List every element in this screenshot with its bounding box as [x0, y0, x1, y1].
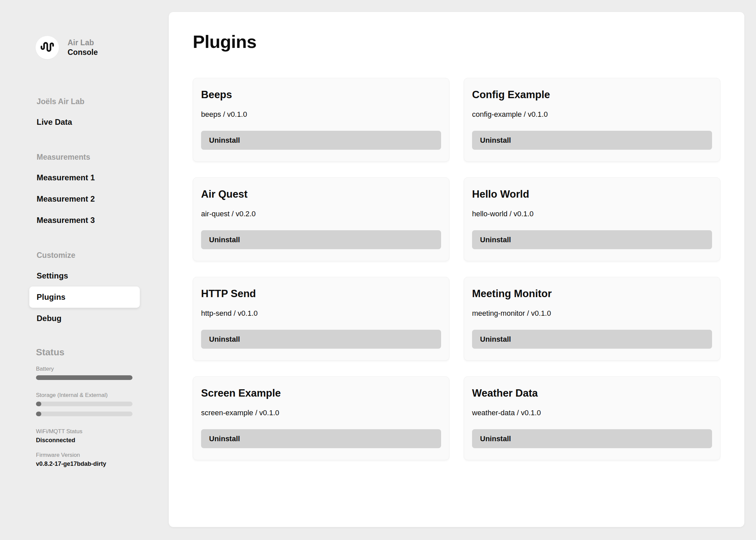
- battery-bar-fill: [36, 375, 132, 380]
- brand-name: Air Lab: [68, 38, 98, 48]
- nav-section-measurements: Measurements Measurement 1 Measurement 2…: [29, 153, 169, 231]
- battery-label: Battery: [36, 366, 132, 372]
- storage-status: Storage (Internal & External): [36, 392, 132, 416]
- page-title: Plugins: [193, 31, 720, 52]
- plugin-version: air-quest / v0.2.0: [201, 210, 441, 218]
- wifi-mqtt-label: WiFi/MQTT Status: [36, 428, 132, 435]
- plugin-card-weather-data: Weather Data weather-data / v0.1.0 Unins…: [464, 376, 720, 460]
- sidebar-item-live-data[interactable]: Live Data: [29, 111, 140, 133]
- uninstall-button[interactable]: Uninstall: [472, 429, 712, 448]
- storage-internal-bar-fill: [36, 402, 41, 406]
- uninstall-button[interactable]: Uninstall: [201, 330, 441, 349]
- section-label-customize: Customize: [37, 251, 169, 260]
- wifi-mqtt-status: WiFi/MQTT Status Disconnected: [36, 428, 132, 444]
- plugin-title: HTTP Send: [201, 288, 441, 300]
- plugin-title: Beeps: [201, 89, 441, 101]
- sidebar: Air Lab Console Joëls Air Lab Live Data …: [0, 0, 169, 540]
- plugin-version: weather-data / v0.1.0: [472, 409, 712, 417]
- app-logo: [36, 36, 59, 59]
- sidebar-nav: Joëls Air Lab Live Data Measurements Mea…: [29, 97, 169, 329]
- firmware-value: v0.8.2-17-ge17bdab-dirty: [36, 460, 132, 467]
- plugin-version: beeps / v0.1.0: [201, 110, 441, 119]
- waveform-icon: [40, 41, 54, 55]
- plugin-version: config-example / v0.1.0: [472, 110, 712, 119]
- battery-status: Battery: [36, 366, 132, 380]
- firmware-status: Firmware Version v0.8.2-17-ge17bdab-dirt…: [36, 452, 132, 467]
- plugin-title: Weather Data: [472, 387, 712, 399]
- section-label-device: Joëls Air Lab: [37, 97, 169, 106]
- uninstall-button[interactable]: Uninstall: [472, 330, 712, 349]
- plugin-title: Air Quest: [201, 188, 441, 200]
- wifi-mqtt-value: Disconnected: [36, 437, 132, 444]
- sidebar-item-measurement-2[interactable]: Measurement 2: [29, 188, 140, 210]
- plugin-version: meeting-monitor / v0.1.0: [472, 309, 712, 318]
- plugin-grid: Beeps beeps / v0.1.0 Uninstall Config Ex…: [193, 78, 720, 460]
- nav-section-customize: Customize Settings Plugins Debug: [29, 251, 169, 329]
- brand-subtitle: Console: [68, 48, 98, 57]
- section-label-measurements: Measurements: [37, 153, 169, 162]
- plugin-card-meeting-monitor: Meeting Monitor meeting-monitor / v0.1.0…: [464, 277, 720, 361]
- nav-section-device: Joëls Air Lab Live Data: [29, 97, 169, 133]
- sidebar-item-measurement-3[interactable]: Measurement 3: [29, 210, 140, 231]
- firmware-label: Firmware Version: [36, 452, 132, 458]
- battery-bar: [36, 375, 132, 380]
- storage-external-bar-fill: [36, 412, 41, 416]
- uninstall-button[interactable]: Uninstall: [472, 230, 712, 249]
- plugin-card-http-send: HTTP Send http-send / v0.1.0 Uninstall: [193, 277, 449, 361]
- storage-internal-bar: [36, 402, 132, 406]
- sidebar-item-debug[interactable]: Debug: [29, 308, 140, 329]
- uninstall-button[interactable]: Uninstall: [201, 131, 441, 150]
- uninstall-button[interactable]: Uninstall: [201, 230, 441, 249]
- plugin-card-beeps: Beeps beeps / v0.1.0 Uninstall: [193, 78, 449, 162]
- uninstall-button[interactable]: Uninstall: [472, 131, 712, 150]
- sidebar-item-settings[interactable]: Settings: [29, 265, 140, 286]
- status-title: Status: [36, 347, 132, 358]
- uninstall-button[interactable]: Uninstall: [201, 429, 441, 448]
- plugin-version: http-send / v0.1.0: [201, 309, 441, 318]
- sidebar-item-measurement-1[interactable]: Measurement 1: [29, 167, 140, 188]
- plugin-card-config-example: Config Example config-example / v0.1.0 U…: [464, 78, 720, 162]
- content-panel: Plugins Beeps beeps / v0.1.0 Uninstall C…: [169, 12, 744, 527]
- storage-external-bar: [36, 412, 132, 416]
- plugin-card-air-quest: Air Quest air-quest / v0.2.0 Uninstall: [193, 177, 449, 261]
- status-panel: Status Battery Storage (Internal & Exter…: [36, 347, 132, 467]
- plugin-title: Meeting Monitor: [472, 288, 712, 300]
- plugin-card-screen-example: Screen Example screen-example / v0.1.0 U…: [193, 376, 449, 460]
- brand: Air Lab Console: [36, 36, 169, 59]
- storage-label: Storage (Internal & External): [36, 392, 132, 399]
- plugin-card-hello-world: Hello World hello-world / v0.1.0 Uninsta…: [464, 177, 720, 261]
- sidebar-item-plugins[interactable]: Plugins: [29, 286, 140, 308]
- plugin-version: screen-example / v0.1.0: [201, 409, 441, 417]
- plugin-title: Hello World: [472, 188, 712, 200]
- plugin-version: hello-world / v0.1.0: [472, 210, 712, 218]
- plugin-title: Config Example: [472, 89, 712, 101]
- plugin-title: Screen Example: [201, 387, 441, 399]
